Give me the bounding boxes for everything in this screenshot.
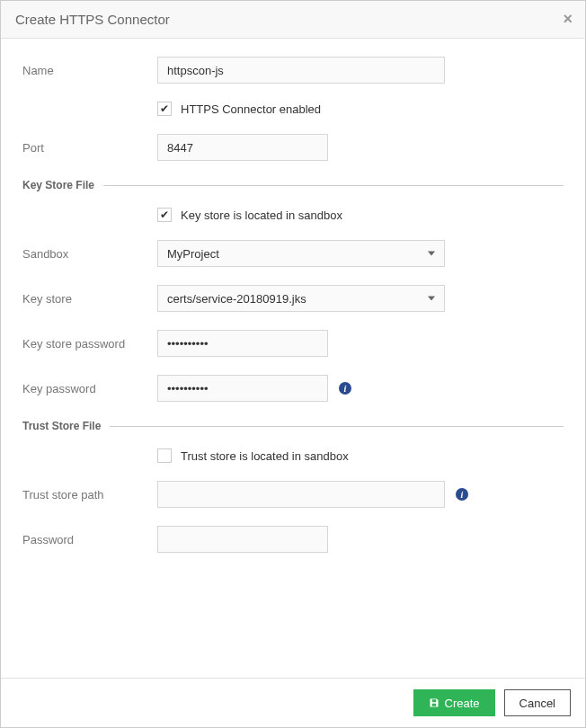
cancel-button-label: Cancel [519,697,555,710]
sandbox-select[interactable]: MyProject [157,240,445,267]
dialog-footer: Create Cancel [1,678,585,727]
keystore-sandbox-checkbox[interactable]: ✔ [157,208,172,222]
row-truststore-path: Trust store path i [22,481,564,508]
create-button-label: Create [445,697,480,710]
row-key-password: Key password i [22,375,564,402]
label-truststore-path: Trust store path [22,488,157,502]
keystore-password-input[interactable] [157,330,328,357]
section-truststore-label: Trust Store File [22,420,110,432]
row-name: Name [22,57,564,84]
truststore-sandbox-checkbox[interactable] [157,448,172,463]
label-name: Name [22,64,157,77]
label-truststore-password: Password [22,533,157,546]
label-keystore-password: Key store password [22,337,157,351]
truststore-path-input[interactable] [157,481,445,508]
row-keystore: Key store certs/service-20180919.jks [22,285,564,312]
port-input[interactable] [157,134,328,161]
label-key-password: Key password [22,382,157,395]
row-port: Port [22,134,564,161]
truststore-password-input[interactable] [157,526,328,553]
row-truststore-password: Password [22,526,564,553]
dialog-header: Create HTTPS Connector × [1,1,585,39]
section-keystore-label: Key Store File [22,179,103,191]
enabled-checkbox[interactable]: ✔ [157,102,172,116]
keystore-select[interactable]: certs/service-20180919.jks [157,285,445,312]
name-input[interactable] [157,57,445,84]
divider-line [103,185,564,186]
row-enabled: ✔ HTTPS Connector enabled [157,102,564,116]
keystore-value: certs/service-20180919.jks [167,292,306,306]
sandbox-value: MyProject [167,247,219,261]
info-icon[interactable]: i [456,488,468,501]
label-keystore-sandbox: Key store is located in sandbox [181,209,342,222]
cancel-button[interactable]: Cancel [504,689,571,716]
row-keystore-password: Key store password [22,330,564,357]
dialog-body: Name ✔ HTTPS Connector enabled Port Key … [1,39,585,580]
check-icon: ✔ [160,102,169,115]
create-button[interactable]: Create [413,689,495,716]
label-keystore: Key store [22,292,157,306]
row-sandbox: Sandbox MyProject [22,240,564,267]
section-truststore: Trust Store File [22,420,564,432]
row-truststore-sandbox-check: Trust store is located in sandbox [157,448,564,463]
dialog-title: Create HTTPS Connector [15,12,571,27]
label-truststore-sandbox: Trust store is located in sandbox [181,449,349,463]
save-icon [429,697,440,708]
label-port: Port [22,141,157,155]
info-icon[interactable]: i [339,382,351,395]
chevron-down-icon [428,252,435,256]
row-keystore-sandbox-check: ✔ Key store is located in sandbox [157,208,564,222]
key-password-input[interactable] [157,375,328,402]
divider-line [110,426,564,427]
chevron-down-icon [428,297,435,301]
section-keystore: Key Store File [22,179,564,191]
close-icon[interactable]: × [563,10,573,29]
label-sandbox: Sandbox [22,247,157,261]
label-enabled: HTTPS Connector enabled [181,102,321,116]
check-icon: ✔ [160,209,169,221]
